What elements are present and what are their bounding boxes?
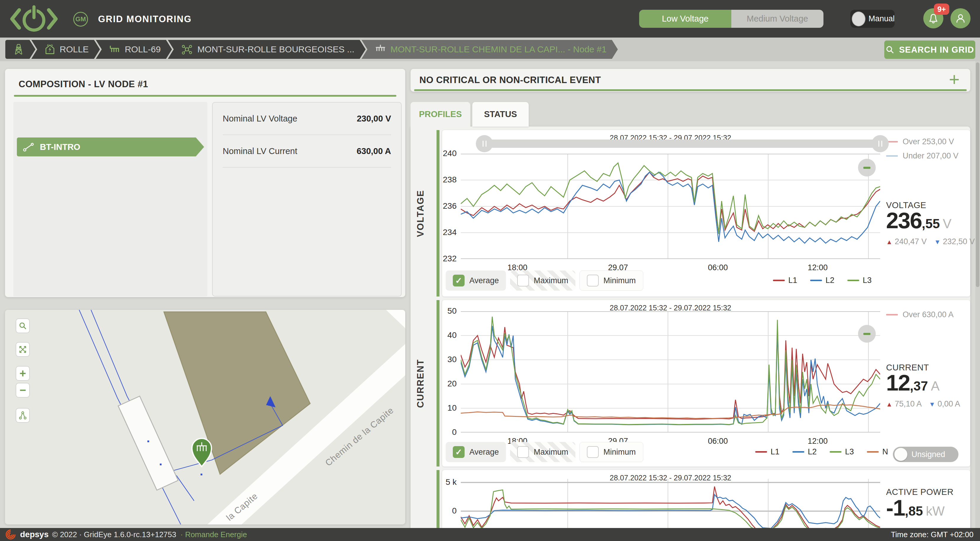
y-axis-tick: 30 <box>433 355 457 364</box>
legend-item-l1[interactable]: L1 <box>773 276 797 285</box>
notification-count-badge: 9+ <box>934 3 949 15</box>
average-checkbox[interactable]: ✓ Average <box>446 270 506 290</box>
checkbox-checked-icon: ✓ <box>453 446 465 458</box>
y-axis-tick: 20 <box>433 379 457 388</box>
breadcrumb-mont-sur-rolle-bourgeoises[interactable]: MONT-SUR-ROLLE BOURGEOISES ... <box>168 40 366 59</box>
checkbox-label: Maximum <box>534 448 568 457</box>
y-axis-tick: 0 <box>433 506 457 515</box>
legend-item-n[interactable]: N <box>867 447 888 456</box>
x-axis-tick: 12:00 <box>797 263 838 272</box>
top-bar: GM GRID MONITORING Low Voltage Medium Vo… <box>0 0 980 38</box>
vertical-scrollbar[interactable] <box>975 61 980 541</box>
operator-link[interactable]: · Romande Energie <box>180 530 247 539</box>
current-chart-section: CURRENT 28.07.2022 15:32 - 29.07.2022 15… <box>410 300 970 466</box>
minimum-checkbox[interactable]: Minimum <box>579 442 643 462</box>
property-row: Nominal LV Voltage 230,00 V <box>223 102 391 135</box>
network-icon <box>181 43 193 56</box>
unsigned-toggle[interactable]: Unsigned <box>893 447 958 462</box>
legend-item-l3[interactable]: L3 <box>830 447 854 456</box>
events-title: NO CRITICAL OR NON-CRITICAL EVENT <box>419 75 601 85</box>
time-range-slider[interactable] <box>484 140 880 148</box>
maximum-checkbox[interactable]: Maximum <box>510 270 575 290</box>
low-voltage-button[interactable]: Low Voltage <box>639 10 731 28</box>
map-zoom-in-button[interactable]: + <box>16 366 30 381</box>
legend-item-l1[interactable]: L1 <box>755 447 780 456</box>
manual-mode-toggle[interactable]: Manual <box>850 10 895 28</box>
chart-zoom-out-button[interactable] <box>858 325 876 343</box>
map-zoom-out-button[interactable]: − <box>16 383 30 397</box>
x-axis-tick: 06:00 <box>697 263 738 272</box>
y-axis-tick: 238 <box>433 175 457 185</box>
breadcrumb-home[interactable] <box>5 40 35 59</box>
min-arrow-icon: ▼ <box>929 401 935 408</box>
max-arrow-icon: ▲ <box>886 238 892 246</box>
voltage-level-toggle: Low Voltage Medium Voltage <box>639 10 824 28</box>
y-axis-tick: 236 <box>433 201 457 211</box>
map-search-button[interactable] <box>16 318 30 333</box>
y-axis-tick: 10 <box>433 403 457 413</box>
current-axis-title: CURRENT <box>415 359 426 408</box>
chart-zoom-out-button[interactable] <box>858 159 876 177</box>
map-fit-extent-button[interactable] <box>16 342 30 357</box>
y-axis-tick: 240 <box>433 149 457 158</box>
feeder-item-bt-intro[interactable]: BT-INTRO <box>17 137 204 156</box>
checkbox-unchecked-icon <box>587 446 599 458</box>
min-arrow-icon: ▼ <box>934 238 941 246</box>
legend-item-l2[interactable]: L2 <box>810 276 834 285</box>
user-account-button[interactable] <box>950 8 970 29</box>
map-topology-button[interactable] <box>16 408 30 423</box>
map-canvas: Chemin de la Capite la Capite <box>5 310 405 525</box>
composition-panel: COMPOSITION - LV NODE #1 BT-INTRO Nomina… <box>5 69 405 297</box>
series-l1 <box>461 327 880 419</box>
medium-voltage-button[interactable]: Medium Voltage <box>731 10 824 28</box>
property-label: Nominal LV Current <box>223 146 298 156</box>
checkbox-label: Average <box>469 448 499 457</box>
under-threshold-legend: Under 207,00 V <box>886 152 958 161</box>
events-panel: NO CRITICAL OR NON-CRITICAL EVENT + <box>410 69 970 92</box>
unsigned-label: Unsigned <box>912 450 945 459</box>
node-icon <box>374 43 386 55</box>
search-icon <box>886 45 894 54</box>
series-l2 <box>461 326 880 425</box>
breadcrumb-label: MONT-SUR-ROLLE CHEMIN DE LA CAPI... - No… <box>390 44 607 54</box>
map-panel[interactable]: Chemin de la Capite la Capite <box>5 310 405 525</box>
over-threshold-legend: Over 253,00 V <box>886 137 954 146</box>
chart-canvas <box>461 311 880 432</box>
checkbox-unchecked-icon <box>517 274 529 286</box>
breadcrumb-rolle[interactable]: ROLLE <box>31 40 100 59</box>
current-plot: 5040302010018:0029.0706:0012:00 <box>461 311 880 432</box>
depsys-logo-icon <box>5 529 16 540</box>
user-icon <box>955 13 966 24</box>
phase-legend: L1 L2 L3 <box>773 276 872 285</box>
chart-canvas <box>461 154 880 259</box>
tab-status[interactable]: STATUS <box>472 102 529 126</box>
grid-monitoring-badge: GM <box>73 12 88 27</box>
feeder-label: BT-INTRO <box>40 142 80 152</box>
maximum-checkbox[interactable]: Maximum <box>510 442 575 462</box>
legend-item-l3[interactable]: L3 <box>847 276 872 285</box>
minimum-checkbox[interactable]: Minimum <box>579 270 643 290</box>
transmission-tower-icon <box>13 43 24 56</box>
search-in-grid-button[interactable]: SEARCH IN GRID <box>884 40 975 59</box>
scrollbar-thumb[interactable] <box>976 62 979 287</box>
slider-handle-left[interactable] <box>476 135 493 152</box>
y-axis-tick: 234 <box>433 228 457 237</box>
manual-label: Manual <box>869 14 895 23</box>
checkbox-label: Minimum <box>603 276 636 285</box>
breadcrumb-node-1-current[interactable]: MONT-SUR-ROLLE CHEMIN DE LA CAPI... - No… <box>361 40 618 59</box>
slider-handle-right[interactable] <box>872 135 889 152</box>
grid-monitoring-app: GM GRID MONITORING Low Voltage Medium Vo… <box>0 0 980 541</box>
toggle-knob <box>894 448 907 461</box>
average-checkbox[interactable]: ✓ Average <box>446 442 506 462</box>
grideye-logo-icon[interactable] <box>9 4 59 35</box>
search-icon <box>19 322 27 330</box>
voltage-axis-title: VOLTAGE <box>415 190 426 237</box>
app-title: GRID MONITORING <box>98 14 192 24</box>
branch-icon <box>18 411 27 420</box>
add-event-button[interactable]: + <box>949 70 959 88</box>
tab-profiles[interactable]: PROFILES <box>410 102 470 126</box>
breadcrumb-roll-69[interactable]: ROLL-69 <box>96 40 172 59</box>
legend-item-l2[interactable]: L2 <box>792 447 817 456</box>
y-axis-tick: 232 <box>433 254 457 263</box>
cable-icon <box>23 142 35 152</box>
